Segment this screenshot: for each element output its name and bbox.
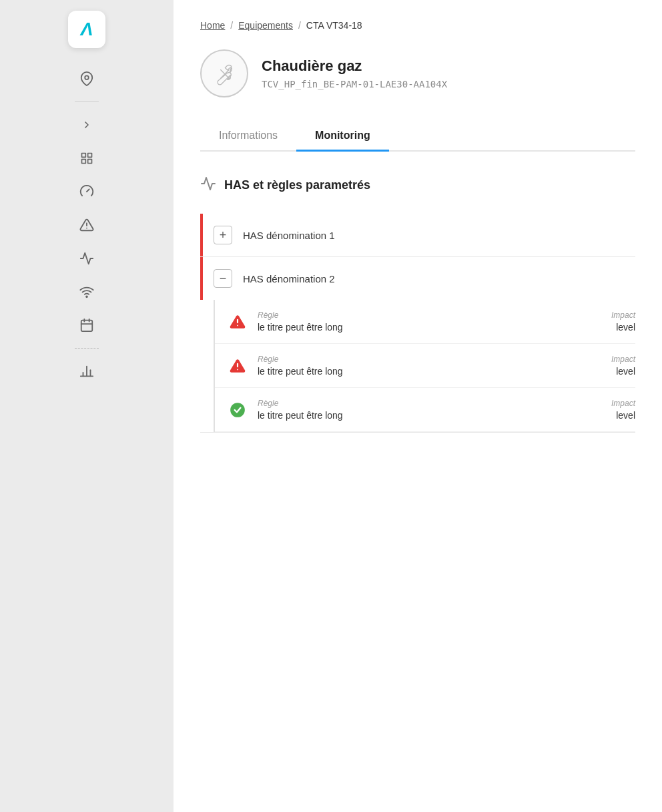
breadcrumb-sep2: / bbox=[298, 20, 301, 31]
rule-3-impact: Impact level bbox=[611, 399, 635, 421]
rule-3-impact-label: Impact bbox=[611, 399, 635, 408]
rule-2-impact-value: level bbox=[616, 366, 635, 377]
breadcrumb-sep1: / bbox=[230, 20, 233, 31]
sidebar-item-location[interactable] bbox=[71, 63, 103, 95]
breadcrumb: Home / Equipements / CTA VT34-18 bbox=[200, 20, 635, 31]
rule-2-impact: Impact level bbox=[611, 355, 635, 377]
nav-dashed-divider bbox=[75, 348, 99, 349]
sidebar-item-warning[interactable] bbox=[71, 209, 103, 241]
logo-text: Λ bbox=[81, 20, 93, 39]
has-item-1-toggle[interactable]: + bbox=[214, 226, 232, 244]
main-content: Home / Equipements / CTA VT34-18 Chaudiè… bbox=[174, 0, 662, 812]
rule-item-2: Règle le titre peut être long Impact lev… bbox=[215, 344, 635, 388]
section-header: HAS et règles parametrés bbox=[200, 176, 635, 195]
has-item-2-toggle[interactable]: − bbox=[214, 269, 232, 288]
equipment-id: TCV_HP_fin_BE-PAM-01-LAE30-AA104X bbox=[262, 79, 447, 89]
has-item-2-header: − HAS dénomination 2 bbox=[200, 257, 635, 300]
rules-list: Règle le titre peut être long Impact lev… bbox=[214, 300, 635, 432]
rule-3-title: le titre peut être long bbox=[258, 410, 601, 421]
has-item-2: − HAS dénomination 2 bbox=[200, 257, 635, 433]
rule-1-impact-value: level bbox=[616, 322, 635, 333]
rule-1-title: le titre peut être long bbox=[258, 322, 601, 333]
rule-2-impact-label: Impact bbox=[611, 355, 635, 364]
nav-group-top bbox=[0, 63, 174, 387]
rule-item-1: Règle le titre peut être long Impact lev… bbox=[215, 300, 635, 344]
equipment-title-block: Chaudière gaz TCV_HP_fin_BE-PAM-01-LAE30… bbox=[262, 57, 447, 89]
equipment-header: Chaudière gaz TCV_HP_fin_BE-PAM-01-LAE30… bbox=[200, 49, 635, 97]
rule-1-impact: Impact level bbox=[611, 311, 635, 333]
tabs: Informations Monitoring bbox=[200, 122, 635, 152]
breadcrumb-current: CTA VT34-18 bbox=[306, 20, 362, 31]
svg-point-0 bbox=[85, 75, 89, 79]
svg-point-23 bbox=[230, 403, 245, 417]
rule-2-details: Règle le titre peut être long bbox=[258, 355, 601, 377]
svg-line-5 bbox=[87, 189, 89, 192]
rule-2-warning-icon bbox=[228, 357, 247, 375]
svg-rect-3 bbox=[82, 160, 86, 164]
rule-2-title: le titre peut être long bbox=[258, 366, 601, 377]
sidebar-item-signal[interactable] bbox=[71, 276, 103, 308]
rule-item-3: Règle le titre peut être long Impact lev… bbox=[215, 388, 635, 432]
svg-rect-4 bbox=[88, 160, 92, 164]
has-item-1-name: HAS dénomination 1 bbox=[243, 230, 335, 241]
svg-point-22 bbox=[237, 369, 238, 370]
rule-3-impact-value: level bbox=[616, 410, 635, 421]
rule-1-details: Règle le titre peut être long bbox=[258, 311, 601, 333]
svg-point-8 bbox=[86, 296, 87, 297]
tab-informations[interactable]: Informations bbox=[200, 122, 296, 152]
nav-divider-1 bbox=[75, 102, 99, 102]
svg-rect-9 bbox=[81, 321, 93, 332]
has-item-1-header: + HAS dénomination 1 bbox=[200, 214, 635, 256]
rule-3-success-icon bbox=[228, 401, 247, 419]
sidebar: Λ bbox=[0, 0, 174, 812]
rule-1-warning-icon bbox=[228, 313, 247, 331]
has-item-2-name: HAS dénomination 2 bbox=[243, 273, 335, 284]
sidebar-item-gauge[interactable] bbox=[71, 176, 103, 208]
svg-rect-2 bbox=[88, 154, 92, 158]
sidebar-item-grid[interactable] bbox=[71, 142, 103, 174]
equipment-icon bbox=[200, 49, 248, 97]
breadcrumb-home[interactable]: Home bbox=[200, 20, 225, 31]
sidebar-item-calendar[interactable] bbox=[71, 309, 103, 341]
logo[interactable]: Λ bbox=[68, 11, 105, 48]
sidebar-item-expand[interactable] bbox=[71, 109, 103, 141]
sidebar-item-barchart[interactable] bbox=[71, 355, 103, 387]
svg-rect-1 bbox=[82, 154, 86, 158]
svg-point-20 bbox=[237, 325, 238, 326]
rule-3-label: Règle bbox=[258, 399, 601, 408]
sidebar-item-trends[interactable] bbox=[71, 242, 103, 274]
tab-monitoring[interactable]: Monitoring bbox=[296, 122, 389, 152]
heartbeat-icon bbox=[200, 176, 216, 195]
page-wrapper: Λ bbox=[0, 0, 662, 812]
breadcrumb-equipments[interactable]: Equipements bbox=[238, 20, 293, 31]
rule-1-impact-label: Impact bbox=[611, 311, 635, 320]
equipment-name: Chaudière gaz bbox=[262, 57, 447, 75]
has-item-1: + HAS dénomination 1 bbox=[200, 214, 635, 257]
rule-1-label: Règle bbox=[258, 311, 601, 320]
has-list: + HAS dénomination 1 − HAS dénomination … bbox=[200, 214, 635, 433]
rule-3-details: Règle le titre peut être long bbox=[258, 399, 601, 421]
section-title: HAS et règles parametrés bbox=[224, 178, 370, 192]
rule-2-label: Règle bbox=[258, 355, 601, 364]
